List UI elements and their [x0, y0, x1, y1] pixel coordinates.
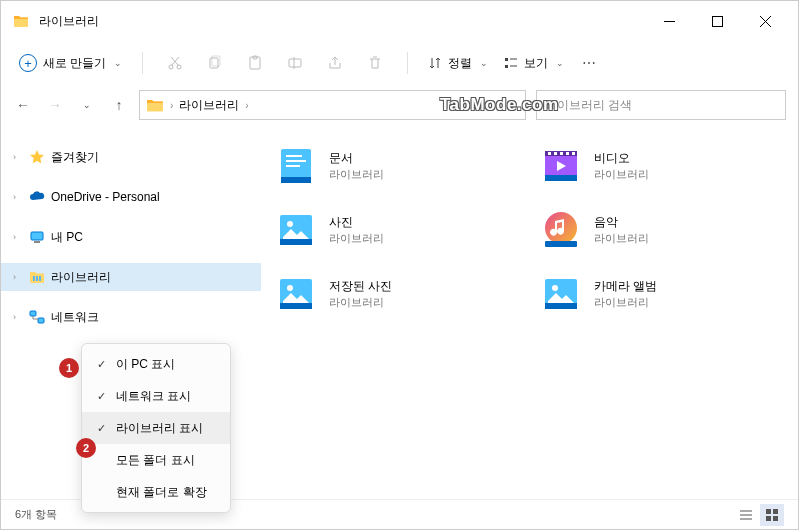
minimize-button[interactable]: [654, 6, 684, 36]
library-sub: 라이브러리: [329, 167, 384, 182]
library-text: 음악 라이브러리: [594, 214, 649, 246]
recent-chevron[interactable]: ⌄: [77, 95, 97, 115]
svg-rect-45: [280, 303, 312, 309]
back-button[interactable]: ←: [13, 95, 33, 115]
details-view-button[interactable]: [734, 504, 758, 526]
library-folder-icon: [29, 269, 45, 285]
sidebar-item-label: 라이브러리: [51, 269, 111, 286]
share-button[interactable]: [317, 48, 353, 78]
sort-label: 정렬: [448, 55, 472, 72]
nav-arrows: ← → ⌄ ↑: [13, 95, 129, 115]
folder-icon: [146, 98, 164, 112]
svg-rect-14: [505, 58, 508, 61]
menu-item-label: 이 PC 표시: [116, 356, 175, 373]
library-saved-pictures[interactable]: 저장된 사진 라이브러리: [275, 273, 520, 315]
paste-button[interactable]: [237, 48, 273, 78]
view-button[interactable]: 보기 ⌄: [498, 51, 570, 76]
library-name: 음악: [594, 214, 649, 231]
music-icon: [540, 209, 582, 251]
svg-rect-23: [39, 276, 41, 281]
chevron-right-icon[interactable]: ›: [13, 152, 23, 162]
svg-rect-48: [545, 303, 577, 309]
library-sub: 라이브러리: [329, 231, 384, 246]
menu-item-show-pc[interactable]: ✓ 이 PC 표시: [82, 348, 230, 380]
svg-point-5: [177, 65, 181, 69]
breadcrumb-root[interactable]: 라이브러리: [179, 97, 239, 114]
sort-button[interactable]: 정렬 ⌄: [422, 51, 494, 76]
more-button[interactable]: ⋯: [574, 51, 606, 75]
icons-view-button[interactable]: [760, 504, 784, 526]
main-area: › 즐겨찾기 › OneDrive - Personal › 내 PC › 라이…: [1, 125, 798, 501]
svg-rect-21: [33, 276, 35, 281]
library-name: 비디오: [594, 150, 649, 167]
up-button[interactable]: ↑: [109, 95, 129, 115]
menu-item-show-network[interactable]: ✓ 네트워크 표시: [82, 380, 230, 412]
svg-rect-27: [281, 177, 311, 183]
maximize-button[interactable]: [702, 6, 732, 36]
delete-button[interactable]: [357, 48, 393, 78]
check-icon: ✓: [94, 422, 108, 435]
menu-item-label: 모든 폴더 표시: [116, 452, 195, 469]
library-text: 카메라 앨범 라이브러리: [594, 278, 657, 310]
library-videos[interactable]: 비디오 라이브러리: [540, 145, 785, 187]
library-camera-roll[interactable]: 카메라 앨범 라이브러리: [540, 273, 785, 315]
search-input[interactable]: 라이브러리 검색: [536, 90, 786, 120]
folder-icon: [13, 13, 29, 29]
pictures-icon: [275, 209, 317, 251]
watermark: TabMode.com: [440, 95, 559, 115]
svg-rect-18: [31, 232, 43, 240]
library-text: 비디오 라이브러리: [594, 150, 649, 182]
library-name: 문서: [329, 150, 384, 167]
address-bar[interactable]: › 라이브러리 › TabMode.com: [139, 90, 526, 120]
library-sub: 라이브러리: [594, 231, 649, 246]
menu-item-expand-current[interactable]: 현재 폴더로 확장: [82, 476, 230, 508]
svg-rect-40: [280, 239, 312, 245]
sidebar-item-libraries[interactable]: › 라이브러리: [1, 263, 261, 291]
new-button[interactable]: + 새로 만들기 ⌄: [13, 50, 128, 76]
star-icon: [29, 149, 45, 165]
library-pictures[interactable]: 사진 라이브러리: [275, 209, 520, 251]
menu-item-label: 라이브러리 표시: [116, 420, 203, 437]
cut-button[interactable]: [157, 48, 193, 78]
sidebar-item-network[interactable]: › 네트워크: [1, 303, 261, 331]
svg-rect-35: [554, 152, 557, 155]
library-text: 사진 라이브러리: [329, 214, 384, 246]
svg-rect-15: [505, 65, 508, 68]
separator: [142, 52, 143, 74]
svg-rect-55: [766, 516, 771, 521]
menu-item-show-libraries[interactable]: ✓ 라이브러리 표시: [82, 412, 230, 444]
chevron-right-icon[interactable]: ›: [13, 272, 23, 282]
sidebar-item-this-pc[interactable]: › 내 PC: [1, 223, 261, 251]
videos-icon: [540, 145, 582, 187]
forward-button[interactable]: →: [45, 95, 65, 115]
sidebar-item-label: OneDrive - Personal: [51, 190, 160, 204]
svg-rect-53: [766, 509, 771, 514]
menu-item-show-all-folders[interactable]: 모든 폴더 표시: [82, 444, 230, 476]
copy-button[interactable]: [197, 48, 233, 78]
svg-rect-20: [34, 241, 40, 243]
svg-line-6: [172, 57, 179, 65]
chevron-right-icon[interactable]: ›: [13, 312, 23, 322]
toolbar: + 새로 만들기 ⌄ 정렬 ⌄ 보기 ⌄ ⋯: [1, 41, 798, 85]
sidebar-item-label: 내 PC: [51, 229, 83, 246]
library-documents[interactable]: 문서 라이브러리: [275, 145, 520, 187]
sidebar-item-favorites[interactable]: › 즐겨찾기: [1, 143, 261, 171]
navbar: ← → ⌄ ↑ › 라이브러리 › TabMode.com 라이브러리 검색: [1, 85, 798, 125]
library-music[interactable]: 음악 라이브러리: [540, 209, 785, 251]
svg-rect-12: [289, 59, 301, 67]
svg-rect-30: [286, 165, 300, 167]
close-button[interactable]: [750, 6, 780, 36]
annotation-badge-2: 2: [76, 438, 96, 458]
chevron-down-icon: ⌄: [480, 58, 488, 68]
content-area: 문서 라이브러리 비디오 라이브러리 사진 라이브러리: [261, 125, 798, 501]
annotation-badge-1: 1: [59, 358, 79, 378]
chevron-right-icon[interactable]: ›: [13, 232, 23, 242]
chevron-right-icon: ›: [170, 100, 173, 111]
chevron-right-icon: ›: [245, 100, 248, 111]
rename-button[interactable]: [277, 48, 313, 78]
sidebar-item-onedrive[interactable]: › OneDrive - Personal: [1, 183, 261, 211]
documents-icon: [275, 145, 317, 187]
context-menu: ✓ 이 PC 표시 ✓ 네트워크 표시 ✓ 라이브러리 표시 모든 폴더 표시 …: [81, 343, 231, 513]
chevron-right-icon[interactable]: ›: [13, 192, 23, 202]
svg-rect-22: [36, 276, 38, 281]
